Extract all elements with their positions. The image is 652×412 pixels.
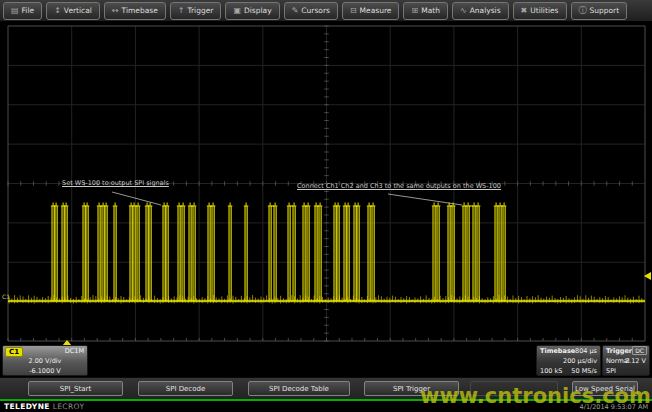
menu-vertical-label: Vertical [64,6,92,15]
annotation-1: Set WS-100 to output SPI signals [62,180,169,187]
menu-utilities[interactable]: ✖Utilities [513,2,567,20]
trigger-level: 2.12 V [625,357,646,365]
math-icon: ⊞ [411,7,418,15]
menu-cursors-label: Cursors [301,6,330,15]
vertical-icon: ↕ [54,7,61,15]
brand-teledyne: TELEDYNE [4,402,50,411]
c1-trace-label: C1 [2,293,10,300]
annotation-2: Connect Ch1 Ch2 and Ch3 to the same outp… [297,183,501,190]
timebase-icon: ↔ [112,7,119,15]
timebase-rate: 50 MS/s [571,367,597,375]
c1-volts-per-div: 2.00 V/div [3,357,87,365]
menu-trigger-label: Trigger [188,6,214,15]
timebase-delay: -804 µs [573,347,597,355]
trigger-descriptor[interactable]: Trigger DC Normal 2.12 V SPI [602,345,650,376]
menu-cursors[interactable]: ✎Cursors [284,2,338,20]
menu-bar: ▤File↕Vertical↔Timebase↑Trigger▣Display✎… [0,0,652,22]
trigger-level-marker[interactable] [644,272,651,280]
trigger-icon: ↑ [178,7,185,15]
trigger-coupling-chip: DC [632,346,647,355]
utilities-icon: ✖ [521,7,528,15]
c1-coupling: DC1M [65,347,84,355]
menu-analysis-label: Analysis [470,6,501,15]
menu-utilities-label: Utilities [530,6,558,15]
menu-measure[interactable]: ⊟Measure [342,2,400,20]
brand-logo: TELEDYNE LECROY [4,402,85,411]
timebase-samples: 100 kS [540,367,562,375]
menu-trigger[interactable]: ↑Trigger [170,2,222,20]
timebase-label: Timebase [540,347,575,355]
menu-support-label: Support [590,6,620,15]
support-icon: ⓘ [579,7,587,15]
oscilloscope-window: ▤File↕Vertical↔Timebase↑Trigger▣Display✎… [0,0,652,412]
menu-timebase-label: Timebase [122,6,158,15]
measure-icon: ⊟ [350,7,357,15]
menu-timebase[interactable]: ↔Timebase [104,2,166,20]
timebase-descriptor[interactable]: Timebase -804 µs 200 µs/div 100 kS 50 MS… [536,345,601,376]
menu-file[interactable]: ▤File [3,2,42,20]
menu-analysis[interactable]: ∿Analysis [452,2,509,20]
menu-math-label: Math [421,6,440,15]
analysis-icon: ∿ [460,7,467,15]
button-spi-start[interactable]: SPI_Start [28,381,123,396]
trigger-type: SPI [606,367,616,375]
trigger-label: Trigger [606,347,632,355]
cursors-icon: ✎ [292,7,299,15]
watermark-text: www.cntronics.com [420,384,652,408]
button-spi-decode-table[interactable]: SPI Decode Table [248,381,350,396]
file-icon: ▤ [11,7,19,15]
menu-measure-label: Measure [360,6,392,15]
menu-support[interactable]: ⓘSupport [571,2,628,20]
brand-lecroy: LECROY [53,402,85,411]
menu-file-label: File [22,6,35,15]
display-icon: ▣ [233,7,241,15]
menu-vertical[interactable]: ↕Vertical [46,2,100,20]
menu-math[interactable]: ⊞Math [403,2,447,20]
c1-offset: -6.1000 V [3,367,87,375]
menu-display-label: Display [244,6,272,15]
menu-display[interactable]: ▣Display [225,2,279,20]
channel-c1-descriptor[interactable]: C1 DC1M 2.00 V/div -6.1000 V [2,345,88,376]
button-spi-decode[interactable]: SPI Decode [138,381,233,396]
timebase-scale: 200 µs/div [563,357,597,365]
waveform-display: C1 Set WS-100 to output SPI signalsConne… [0,22,652,342]
